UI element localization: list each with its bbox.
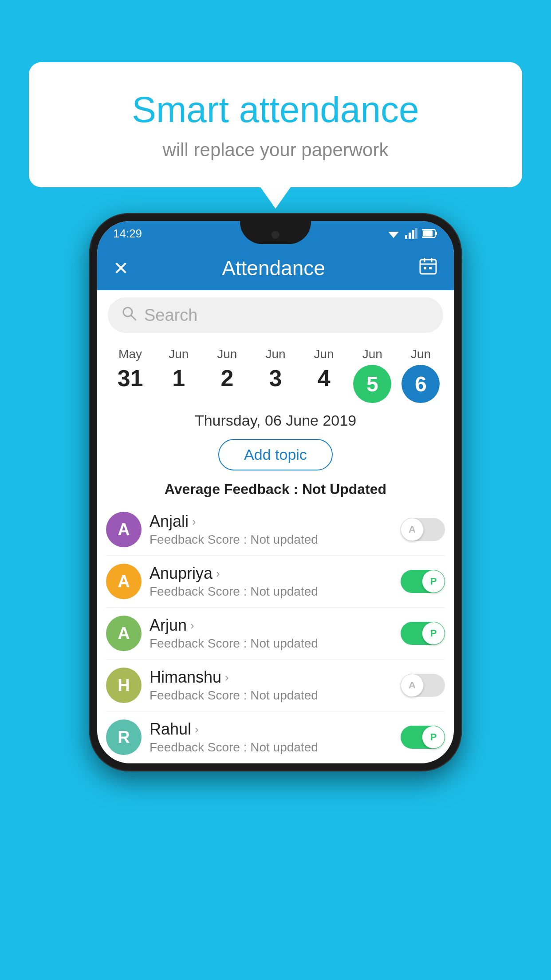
notch-camera	[271, 230, 280, 240]
svg-rect-7	[435, 232, 437, 235]
attendance-toggle[interactable]: A	[401, 518, 445, 541]
student-name: Anjali ›	[150, 512, 393, 531]
student-feedback: Feedback Score : Not updated	[150, 636, 393, 651]
selected-date: Thursday, 06 June 2019	[97, 407, 454, 431]
attendance-toggle[interactable]: P	[401, 622, 445, 645]
phone-outer: 14:29	[89, 213, 462, 771]
calendar-day[interactable]: Jun2	[207, 347, 247, 391]
student-row[interactable]: AArjun ›Feedback Score : Not updatedP	[106, 608, 445, 660]
status-time: 14:29	[113, 227, 142, 241]
attendance-toggle[interactable]: A	[401, 674, 445, 697]
wifi-icon	[386, 228, 401, 239]
calendar-day[interactable]: Jun4	[304, 347, 344, 391]
status-icons	[386, 228, 438, 239]
student-info: Himanshu ›Feedback Score : Not updated	[150, 668, 393, 703]
student-row[interactable]: AAnjali ›Feedback Score : Not updatedA	[106, 504, 445, 556]
add-topic-button[interactable]: Add topic	[218, 439, 333, 470]
phone-container: 14:29	[89, 213, 462, 771]
speech-bubble-title: Smart attendance	[64, 89, 487, 130]
calendar-day[interactable]: May31	[110, 347, 150, 391]
calendar-strip: May31Jun1Jun2Jun3Jun4Jun5Jun6	[97, 340, 454, 407]
student-info: Arjun ›Feedback Score : Not updated	[150, 616, 393, 651]
calendar-day[interactable]: Jun6	[401, 347, 441, 403]
student-name: Anupriya ›	[150, 564, 393, 583]
avatar: A	[106, 512, 142, 547]
search-input: Search	[144, 306, 197, 325]
status-bar: 14:29	[97, 221, 454, 246]
app-bar: ✕ Attendance	[97, 246, 454, 290]
avatar: A	[106, 616, 142, 651]
search-bar[interactable]: Search	[108, 297, 443, 333]
svg-rect-3	[409, 233, 411, 239]
svg-rect-13	[424, 267, 426, 269]
speech-bubble: Smart attendance will replace your paper…	[29, 62, 522, 187]
student-row[interactable]: HHimanshu ›Feedback Score : Not updatedA	[106, 660, 445, 711]
student-feedback: Feedback Score : Not updated	[150, 533, 393, 547]
student-name: Rahul ›	[150, 720, 393, 739]
student-name: Arjun ›	[150, 616, 393, 635]
student-list: AAnjali ›Feedback Score : Not updatedAAA…	[97, 504, 454, 763]
phone-screen: 14:29	[97, 221, 454, 763]
svg-rect-2	[405, 235, 407, 239]
svg-rect-8	[423, 230, 433, 237]
calendar-day[interactable]: Jun1	[159, 347, 199, 391]
student-name: Himanshu ›	[150, 668, 393, 687]
app-bar-title: Attendance	[222, 256, 325, 280]
battery-icon	[422, 229, 438, 238]
avatar: H	[106, 668, 142, 703]
svg-rect-5	[415, 228, 417, 239]
avatar: A	[106, 564, 142, 599]
student-feedback: Feedback Score : Not updated	[150, 585, 393, 599]
svg-rect-9	[420, 260, 436, 274]
svg-marker-1	[390, 234, 397, 238]
svg-rect-14	[429, 267, 432, 269]
speech-bubble-container: Smart attendance will replace your paper…	[29, 62, 522, 187]
notch	[240, 221, 311, 244]
attendance-toggle[interactable]: P	[401, 726, 445, 749]
svg-rect-4	[412, 230, 414, 239]
attendance-toggle[interactable]: P	[401, 570, 445, 593]
student-feedback: Feedback Score : Not updated	[150, 740, 393, 755]
search-icon	[121, 305, 137, 325]
student-row[interactable]: AAnupriya ›Feedback Score : Not updatedP	[106, 556, 445, 608]
student-info: Anjali ›Feedback Score : Not updated	[150, 512, 393, 547]
student-row[interactable]: RRahul ›Feedback Score : Not updatedP	[106, 711, 445, 763]
student-info: Anupriya ›Feedback Score : Not updated	[150, 564, 393, 599]
signal-icon	[405, 228, 417, 239]
calendar-day[interactable]: Jun3	[256, 347, 295, 391]
calendar-day[interactable]: Jun5	[352, 347, 392, 403]
calendar-icon[interactable]	[418, 256, 438, 280]
avg-feedback: Average Feedback : Not Updated	[97, 478, 454, 504]
student-feedback: Feedback Score : Not updated	[150, 688, 393, 703]
svg-line-16	[131, 316, 136, 320]
speech-bubble-subtitle: will replace your paperwork	[64, 139, 487, 161]
close-icon[interactable]: ✕	[113, 257, 129, 279]
student-info: Rahul ›Feedback Score : Not updated	[150, 720, 393, 755]
avatar: R	[106, 719, 142, 755]
